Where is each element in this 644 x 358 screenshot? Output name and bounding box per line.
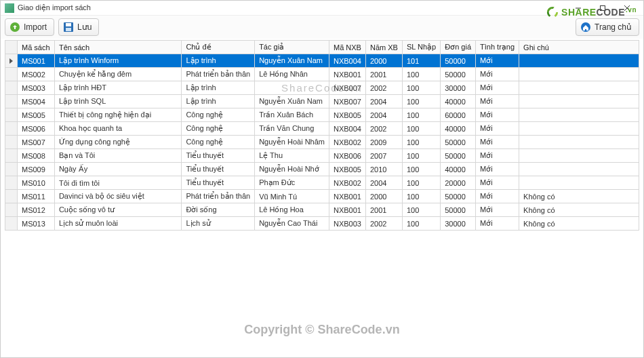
cell-ten[interactable]: Lịch sử muôn loài xyxy=(54,217,181,231)
cell-ten[interactable]: Khoa học quanh ta xyxy=(54,122,181,136)
column-header[interactable]: Tác giả xyxy=(255,41,329,54)
cell-gia[interactable]: 50000 xyxy=(441,136,476,149)
cell-nxb[interactable]: NXB001 xyxy=(329,203,366,217)
cell-sl[interactable]: 100 xyxy=(402,81,440,95)
column-header[interactable]: Ghi chú xyxy=(519,41,639,54)
column-header[interactable]: Năm XB xyxy=(365,41,402,54)
column-header[interactable]: SL Nhập xyxy=(402,41,440,54)
row-header[interactable] xyxy=(5,163,18,176)
cell-ten[interactable]: Chuyện kể hằng đêm xyxy=(54,68,181,81)
row-header[interactable] xyxy=(5,149,18,163)
cell-tt[interactable]: Mới xyxy=(476,122,519,136)
cell-nam[interactable]: 2002 xyxy=(365,81,402,95)
cell-tg[interactable]: Nguyễn Hoài Nhâm xyxy=(255,136,329,149)
cell-tg[interactable]: Vũ Minh Tú xyxy=(255,190,329,203)
cell-nxb[interactable]: NXB005 xyxy=(329,108,366,122)
cell-ma[interactable]: MS010 xyxy=(18,176,55,190)
cell-tt[interactable]: Mới xyxy=(476,68,519,81)
cell-nxb[interactable]: NXB005 xyxy=(329,163,366,176)
cell-gia[interactable]: 30000 xyxy=(441,81,476,95)
cell-gia[interactable]: 50000 xyxy=(441,149,476,163)
cell-gia[interactable]: 60000 xyxy=(441,108,476,122)
table-row[interactable]: MS003Lập trình HĐTLập trìnhNXB0072002100… xyxy=(5,81,639,95)
row-header[interactable] xyxy=(5,54,18,68)
cell-gc[interactable]: Không có xyxy=(519,217,639,231)
cell-sl[interactable]: 100 xyxy=(402,190,440,203)
cell-gia[interactable]: 40000 xyxy=(441,122,476,136)
cell-sl[interactable]: 100 xyxy=(402,108,440,122)
cell-ma[interactable]: MS009 xyxy=(18,163,55,176)
cell-cd[interactable]: Phát triển bản thân xyxy=(182,190,255,203)
cell-cd[interactable]: Công nghệ xyxy=(182,108,255,122)
cell-gc[interactable] xyxy=(519,81,639,95)
cell-ten[interactable]: Tôi đi tìm tôi xyxy=(54,176,181,190)
cell-nam[interactable]: 2000 xyxy=(365,54,402,68)
cell-nxb[interactable]: NXB002 xyxy=(329,176,366,190)
cell-tt[interactable]: Mới xyxy=(476,190,519,203)
cell-tt[interactable]: Mới xyxy=(476,108,519,122)
cell-gc[interactable] xyxy=(519,136,639,149)
cell-cd[interactable]: Công nghệ xyxy=(182,136,255,149)
cell-gia[interactable]: 50000 xyxy=(441,203,476,217)
cell-sl[interactable]: 100 xyxy=(402,149,440,163)
cell-tt[interactable]: Mới xyxy=(476,217,519,231)
table-row[interactable]: MS006Khoa học quanh taCông nghệTrần Văn … xyxy=(5,122,639,136)
cell-sl[interactable]: 100 xyxy=(402,68,440,81)
table-row[interactable]: MS009Ngày ẤyTiểu thuyếtNguyễn Hoài NhớNX… xyxy=(5,163,639,176)
cell-tt[interactable]: Mới xyxy=(476,163,519,176)
cell-nam[interactable]: 2010 xyxy=(365,163,402,176)
cell-nam[interactable]: 2001 xyxy=(365,68,402,81)
cell-tt[interactable]: Mới xyxy=(476,54,519,68)
table-row[interactable]: MS001Lập trình WinformLập trìnhNguyễn Xu… xyxy=(5,54,639,68)
cell-nxb[interactable]: NXB007 xyxy=(329,95,366,108)
cell-nxb[interactable]: NXB002 xyxy=(329,136,366,149)
cell-sl[interactable]: 100 xyxy=(402,136,440,149)
cell-gc[interactable] xyxy=(519,68,639,81)
cell-nxb[interactable]: NXB001 xyxy=(329,190,366,203)
cell-nxb[interactable]: NXB006 xyxy=(329,149,366,163)
cell-gia[interactable]: 50000 xyxy=(441,190,476,203)
cell-tt[interactable]: Mới xyxy=(476,136,519,149)
cell-ma[interactable]: MS003 xyxy=(18,81,55,95)
data-grid[interactable]: Mã sáchTên sáchChủ đềTác giảMã NXBNăm XB… xyxy=(5,40,639,353)
cell-gc[interactable] xyxy=(519,122,639,136)
column-header[interactable]: Tên sách xyxy=(54,41,181,54)
cell-sl[interactable]: 100 xyxy=(402,176,440,190)
cell-tg[interactable]: Trần Xuân Bách xyxy=(255,108,329,122)
table-row[interactable]: MS010Tôi đi tìm tôiTiểu thuyếtPhạm ĐứcNX… xyxy=(5,176,639,190)
cell-cd[interactable]: Phát triển bản thân xyxy=(182,68,255,81)
cell-ten[interactable]: Ngày Ấy xyxy=(54,163,181,176)
row-header[interactable] xyxy=(5,217,18,231)
cell-cd[interactable]: Lập trình xyxy=(182,81,255,95)
cell-gc[interactable] xyxy=(519,163,639,176)
table-row[interactable]: MS012Cuộc sống vô tưĐời sốngLê Hồng HoaN… xyxy=(5,203,639,217)
cell-nam[interactable]: 2000 xyxy=(365,190,402,203)
cell-cd[interactable]: Đời sống xyxy=(182,203,255,217)
cell-gc[interactable] xyxy=(519,54,639,68)
cell-ten[interactable]: Cuộc sống vô tư xyxy=(54,203,181,217)
table-row[interactable]: MS005Thiết bị công nghệ hiện đạiCông ngh… xyxy=(5,108,639,122)
cell-gia[interactable]: 50000 xyxy=(441,54,476,68)
cell-cd[interactable]: Tiểu thuyết xyxy=(182,163,255,176)
cell-gia[interactable]: 30000 xyxy=(441,217,476,231)
cell-ma[interactable]: MS007 xyxy=(18,136,55,149)
cell-tg[interactable] xyxy=(255,81,329,95)
column-header[interactable]: Tình trạng xyxy=(476,41,519,54)
cell-tt[interactable]: Mới xyxy=(476,176,519,190)
cell-sl[interactable]: 100 xyxy=(402,163,440,176)
cell-ma[interactable]: MS002 xyxy=(18,68,55,81)
cell-sl[interactable]: 100 xyxy=(402,122,440,136)
import-button[interactable]: Import xyxy=(5,18,54,36)
column-header[interactable]: Đơn giá xyxy=(441,41,476,54)
cell-ma[interactable]: MS005 xyxy=(18,108,55,122)
cell-ma[interactable]: MS011 xyxy=(18,190,55,203)
cell-nxb[interactable]: NXB001 xyxy=(329,68,366,81)
cell-gia[interactable]: 40000 xyxy=(441,95,476,108)
row-header[interactable] xyxy=(5,95,18,108)
cell-nam[interactable]: 2002 xyxy=(365,217,402,231)
column-header[interactable]: Chủ đề xyxy=(182,41,255,54)
cell-ten[interactable]: Lập trình Winform xyxy=(54,54,181,68)
cell-tg[interactable]: Nguyễn Xuân Nam xyxy=(255,95,329,108)
cell-nxb[interactable]: NXB007 xyxy=(329,81,366,95)
cell-ten[interactable]: Thiết bị công nghệ hiện đại xyxy=(54,108,181,122)
